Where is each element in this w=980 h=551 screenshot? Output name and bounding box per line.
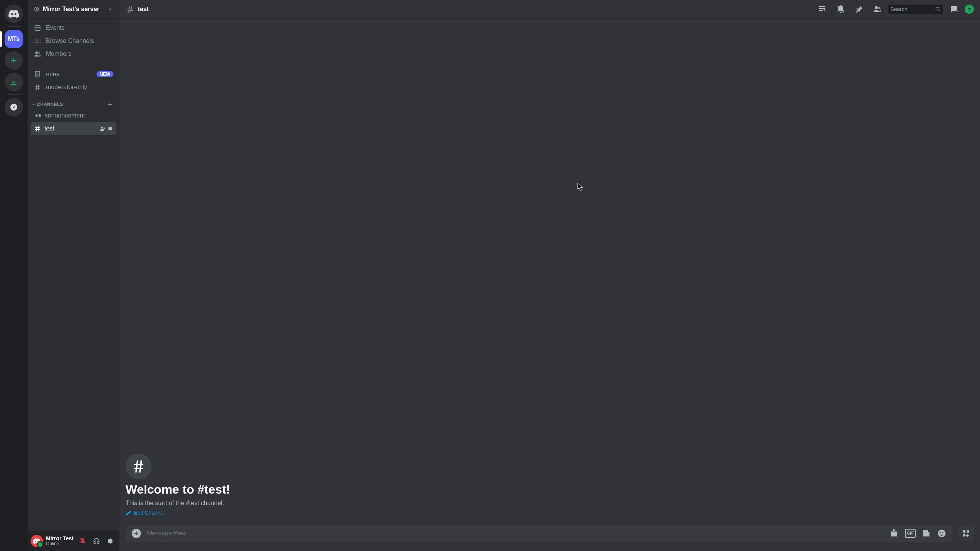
channel-test[interactable]: test — [31, 122, 116, 135]
download-apps-button[interactable] — [5, 73, 23, 91]
content-column: test Search ? Welcome to #test! This is … — [119, 0, 980, 551]
pin-icon — [854, 5, 864, 14]
sticker-icon[interactable] — [922, 529, 931, 538]
server-header[interactable]: Mirror Test's server — [28, 0, 119, 18]
chevron-down-icon — [31, 102, 36, 107]
sidebar-item-label: moderator-only — [46, 84, 87, 91]
svg-point-14 — [938, 530, 946, 537]
channel-title: test — [138, 6, 149, 13]
svg-point-6 — [39, 42, 41, 44]
hash-icon — [34, 125, 41, 132]
channel-sidebar: Mirror Test's server Events Browse Chann… — [28, 0, 119, 551]
members-icon — [873, 5, 882, 14]
notification-dot — [956, 10, 959, 13]
gear-icon — [106, 537, 114, 545]
mute-button[interactable] — [77, 535, 89, 547]
svg-rect-3 — [35, 26, 40, 31]
plus-icon[interactable] — [106, 101, 113, 108]
sidebar-item-label: Members — [46, 51, 72, 57]
svg-point-7 — [35, 51, 38, 54]
hash-icon — [126, 5, 135, 14]
bell-muted-icon — [836, 5, 845, 14]
svg-point-4 — [39, 39, 41, 40]
threads-button[interactable] — [818, 5, 827, 14]
pinned-messages-button[interactable] — [854, 5, 864, 14]
sidebar-item-label: Browse Channels — [46, 37, 94, 44]
member-list-button[interactable] — [873, 5, 882, 14]
search-icon — [935, 6, 941, 12]
guild-column: MTs — [0, 0, 28, 551]
help-button[interactable]: ? — [965, 5, 974, 14]
message-input-row: Message #test GIF — [119, 525, 980, 551]
sidebar-item-browse[interactable]: Browse Channels — [31, 34, 116, 47]
hash-icon — [131, 458, 147, 474]
channel-list: Events Browse Channels Members rules NEW… — [28, 18, 119, 531]
plus-icon — [133, 530, 140, 537]
attach-button[interactable] — [132, 529, 141, 538]
message-input-placeholder: Message #test — [147, 530, 890, 537]
svg-point-5 — [39, 41, 41, 42]
sidebar-item-events[interactable]: Events — [31, 21, 116, 34]
svg-point-2 — [36, 8, 38, 10]
svg-rect-18 — [967, 530, 969, 533]
sidebar-item-label: Events — [46, 24, 65, 31]
calendar-icon — [34, 24, 41, 32]
svg-point-15 — [940, 532, 941, 533]
edit-channel-link[interactable]: Edit Channel — [126, 510, 165, 516]
microphone-muted-icon — [79, 537, 87, 545]
headphones-icon — [93, 537, 100, 545]
user-settings-button[interactable] — [104, 535, 116, 547]
chat-header: test Search ? — [119, 0, 980, 18]
sidebar-item-members[interactable]: Members — [31, 47, 116, 60]
invite-people-icon[interactable] — [100, 126, 106, 132]
discover-button[interactable] — [5, 98, 23, 116]
browse-channels-icon — [34, 37, 41, 45]
apps-button[interactable] — [959, 526, 974, 541]
sidebar-item-label: rules — [46, 71, 59, 78]
discord-logo-icon — [8, 10, 19, 18]
gear-icon[interactable] — [107, 126, 113, 132]
deafen-button[interactable] — [90, 535, 103, 547]
chevron-down-icon — [107, 6, 113, 12]
sidebar-item-moderator-only[interactable]: moderator-only — [31, 81, 116, 94]
messages-area: Welcome to #test! This is the start of t… — [119, 18, 980, 525]
svg-rect-19 — [963, 534, 965, 536]
svg-point-13 — [936, 7, 939, 10]
rules-icon — [34, 70, 41, 78]
sidebar-separator — [34, 64, 113, 64]
compass-icon — [9, 103, 18, 112]
svg-point-10 — [101, 127, 103, 129]
user-info[interactable]: Mirror Test Online — [46, 536, 77, 547]
members-icon — [34, 50, 41, 58]
guild-separator-2 — [8, 94, 20, 95]
channel-announcement[interactable]: announcement — [31, 109, 116, 122]
welcome-title: Welcome to #test! — [126, 483, 974, 497]
search-input[interactable]: Search — [888, 5, 943, 14]
emoji-icon[interactable] — [937, 529, 946, 538]
avatar[interactable] — [31, 535, 43, 547]
sidebar-item-rules[interactable]: rules NEW — [31, 68, 116, 81]
apps-icon — [962, 529, 971, 538]
add-server-button[interactable] — [5, 51, 23, 70]
gift-icon[interactable] — [890, 529, 899, 538]
inbox-button[interactable] — [949, 5, 959, 14]
channel-welcome-icon — [126, 453, 152, 479]
notification-settings-button[interactable] — [836, 5, 845, 14]
discord-logo-icon — [33, 538, 41, 544]
message-input[interactable]: Message #test GIF — [126, 525, 952, 542]
home-button[interactable] — [5, 5, 23, 23]
svg-rect-17 — [963, 530, 965, 533]
svg-point-16 — [942, 532, 944, 533]
category-label: CHANNELS — [37, 102, 106, 107]
svg-point-12 — [878, 7, 880, 9]
category-channels[interactable]: CHANNELS — [31, 100, 116, 109]
search-placeholder: Search — [890, 6, 935, 12]
server-name: Mirror Test's server — [43, 6, 100, 13]
server-icon-selected[interactable]: MTs — [5, 30, 23, 48]
welcome-subtitle: This is the start of the #test channel. — [126, 500, 974, 507]
new-badge: NEW — [96, 71, 113, 77]
user-name: Mirror Test — [46, 536, 77, 541]
user-status: Online — [46, 541, 77, 546]
gif-picker-button[interactable]: GIF — [905, 529, 916, 538]
guild-separator — [8, 26, 20, 27]
